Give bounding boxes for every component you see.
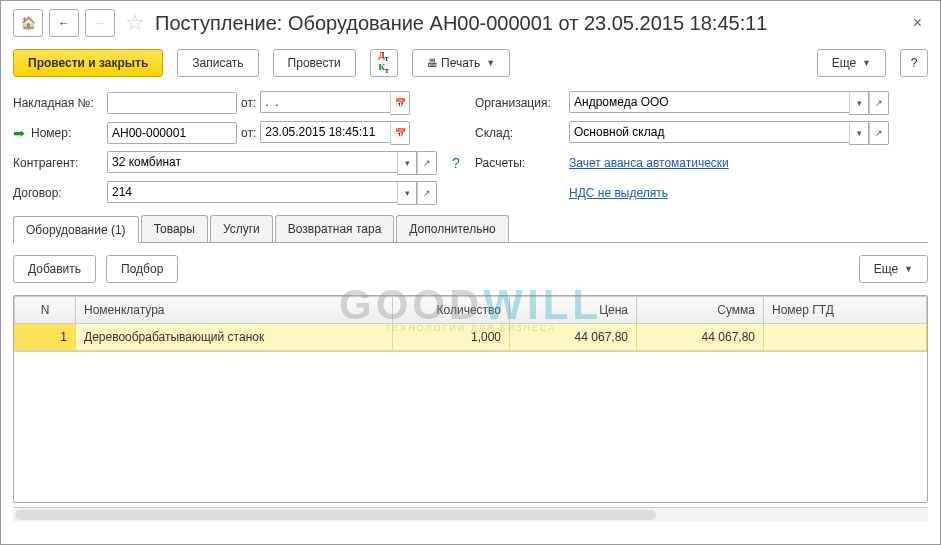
contract-input[interactable] xyxy=(107,181,397,203)
organization-label: Организация: xyxy=(475,96,565,110)
warehouse-input[interactable] xyxy=(569,121,849,143)
chevron-down-icon: ▼ xyxy=(904,264,913,274)
open-button[interactable]: ↗ xyxy=(417,181,437,205)
cell-sum[interactable]: 44 067,80 xyxy=(637,324,764,351)
forward-button[interactable]: → xyxy=(85,9,115,37)
help-button[interactable]: ? xyxy=(900,49,928,77)
col-price[interactable]: Цена xyxy=(510,297,637,324)
dropdown-button[interactable]: ▾ xyxy=(849,91,869,115)
calendar-button[interactable]: 📅 xyxy=(390,91,410,115)
organization-input[interactable] xyxy=(569,91,849,113)
cell-nomenclature[interactable]: Деревообрабатывающий станок xyxy=(76,324,393,351)
invoice-from-label: от: xyxy=(241,96,256,110)
open-button[interactable]: ↗ xyxy=(869,121,889,145)
vat-link[interactable]: НДС не выделять xyxy=(569,186,668,200)
tab-goods[interactable]: Товары xyxy=(141,215,208,242)
dropdown-button[interactable]: ▾ xyxy=(397,151,417,175)
home-button[interactable]: 🏠 xyxy=(13,9,43,37)
favorite-star-icon[interactable]: ☆ xyxy=(125,10,145,36)
counterparty-help-icon[interactable]: ? xyxy=(441,155,471,171)
counterparty-label: Контрагент: xyxy=(13,156,103,170)
dropdown-button[interactable]: ▾ xyxy=(849,121,869,145)
tab-services[interactable]: Услуги xyxy=(210,215,273,242)
number-from-label: от: xyxy=(241,126,256,140)
warehouse-label: Склад: xyxy=(475,126,565,140)
chevron-down-icon: ▼ xyxy=(486,58,495,68)
posted-icon: ➡ xyxy=(13,125,25,141)
table-empty-area[interactable] xyxy=(14,351,927,502)
dt-kt-button[interactable]: ДтКт xyxy=(370,49,398,77)
calendar-button[interactable]: 📅 xyxy=(390,121,410,145)
cell-price[interactable]: 44 067,80 xyxy=(510,324,637,351)
col-gtd[interactable]: Номер ГТД xyxy=(764,297,927,324)
open-button[interactable]: ↗ xyxy=(869,91,889,115)
horizontal-scrollbar[interactable] xyxy=(13,507,928,522)
print-button[interactable]: 🖶 Печать▼ xyxy=(412,49,511,77)
number-date-input[interactable] xyxy=(260,121,390,143)
cell-gtd[interactable] xyxy=(764,324,927,351)
col-qty[interactable]: Количество xyxy=(393,297,510,324)
page-title: Поступление: Оборудование АН00-000001 от… xyxy=(155,12,767,35)
tab-equipment[interactable]: Оборудование (1) xyxy=(13,216,139,243)
equipment-table: N Номенклатура Количество Цена Сумма Ном… xyxy=(13,295,928,503)
scrollbar-thumb[interactable] xyxy=(15,510,656,520)
invoice-number-label: Накладная №: xyxy=(13,96,103,110)
number-input[interactable] xyxy=(107,122,237,144)
pick-button[interactable]: Подбор xyxy=(106,255,178,283)
cell-n: 1 xyxy=(15,324,76,351)
printer-icon: 🖶 xyxy=(427,57,438,69)
settlements-link[interactable]: Зачет аванса автоматически xyxy=(569,156,729,170)
back-button[interactable]: ← xyxy=(49,9,79,37)
invoice-number-input[interactable] xyxy=(107,92,237,114)
post-and-close-button[interactable]: Провести и закрыть xyxy=(13,49,163,77)
save-button[interactable]: Записать xyxy=(177,49,258,77)
table-row[interactable]: 1 Деревообрабатывающий станок 1,000 44 0… xyxy=(15,324,927,351)
cell-qty[interactable]: 1,000 xyxy=(393,324,510,351)
col-nomenclature[interactable]: Номенклатура xyxy=(76,297,393,324)
settlements-label: Расчеты: xyxy=(475,156,565,170)
tab-additional[interactable]: Дополнительно xyxy=(396,215,508,242)
contract-label: Договор: xyxy=(13,186,103,200)
add-row-button[interactable]: Добавить xyxy=(13,255,96,283)
open-button[interactable]: ↗ xyxy=(417,151,437,175)
col-n[interactable]: N xyxy=(15,297,76,324)
invoice-date-input[interactable] xyxy=(260,91,390,113)
counterparty-input[interactable] xyxy=(107,151,397,173)
chevron-down-icon: ▼ xyxy=(862,58,871,68)
table-more-button[interactable]: Еще▼ xyxy=(859,255,928,283)
col-sum[interactable]: Сумма xyxy=(637,297,764,324)
more-button[interactable]: Еще▼ xyxy=(817,49,886,77)
number-label: Номер: xyxy=(31,126,71,140)
dropdown-button[interactable]: ▾ xyxy=(397,181,417,205)
close-button[interactable]: × xyxy=(907,14,928,32)
post-button[interactable]: Провести xyxy=(273,49,356,77)
tab-returnable[interactable]: Возвратная тара xyxy=(275,215,395,242)
